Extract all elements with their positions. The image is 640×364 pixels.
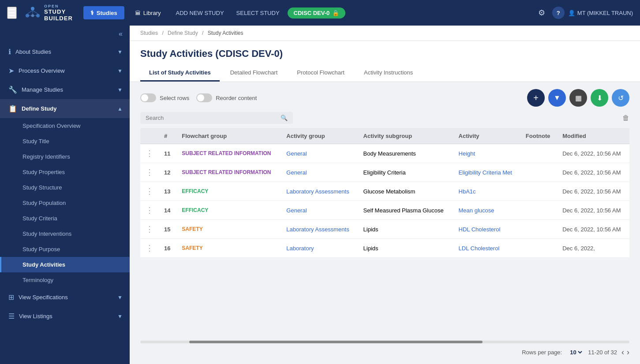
studies-nav-btn[interactable]: ⚕ Studies [83, 6, 124, 19]
row-activity-group[interactable]: General [281, 201, 358, 220]
reorder-toggle-group: Reorder content [196, 93, 257, 102]
row-activity-subgroup: Glucose Metabolism [358, 182, 453, 201]
download-btn[interactable]: ⬇ [591, 89, 608, 107]
row-activity-group[interactable]: General [281, 144, 358, 163]
wrench-icon: 🔧 [8, 85, 17, 94]
tab-list-study-activities[interactable]: List of Study Activities [140, 65, 220, 82]
col-flowchart-group: Flowchart group [176, 128, 281, 144]
page-title: Study Activities (CDISC DEV-0) [140, 48, 629, 59]
sidebar-subitem-registry-identifiers[interactable]: Registry Identifiers [0, 149, 130, 164]
sidebar-subitem-terminology[interactable]: Terminology [0, 272, 130, 288]
svg-line-5 [33, 10, 38, 14]
row-activity[interactable]: Height [453, 144, 520, 163]
studies-icon: ⚕ [90, 9, 94, 16]
hamburger-menu[interactable]: ☰ [7, 7, 17, 19]
sidebar-subitem-study-properties[interactable]: Study Properties [0, 164, 130, 180]
reorder-content-toggle[interactable] [196, 93, 212, 102]
breadcrumb-define-study[interactable]: Define Study [168, 30, 198, 36]
page-header: Study Activities (CDISC DEV-0) List of S… [130, 41, 640, 82]
filter-btn[interactable]: ▼ [548, 89, 566, 107]
breadcrumb-studies[interactable]: Studies [140, 30, 158, 36]
main-layout: « ℹ About Studies ▼ ➤ Process Overview ▼… [0, 26, 640, 364]
history-btn[interactable]: ↺ [612, 89, 629, 107]
columns-btn[interactable]: ▦ [569, 89, 587, 107]
settings-btn[interactable]: ⚙ [535, 6, 549, 19]
pagination-row: Rows per page: 10 25 50 11-20 of 32 ‹ › [140, 343, 629, 357]
row-activity-group[interactable]: Laboratory Assessments [281, 182, 358, 201]
row-num: 14 [159, 201, 176, 220]
studies-btn-label: Studies [97, 10, 117, 16]
sidebar-subitem-study-interventions[interactable]: Study Interventions [0, 226, 130, 241]
sidebar-subitem-specification-overview[interactable]: Specification Overview [0, 118, 130, 134]
sidebar-item-define-study[interactable]: 📋 Define Study ▲ [0, 99, 130, 118]
row-activity-subgroup: Lipids [358, 220, 453, 239]
row-num: 11 [159, 144, 176, 163]
chevron-icon-3: ▼ [117, 87, 123, 93]
rows-per-page-select[interactable]: 10 25 50 [568, 349, 584, 356]
table-scroll[interactable]: # Flowchart group Activity group Activit… [140, 128, 629, 339]
row-activity[interactable]: Eligibility Criteria Met [453, 163, 520, 182]
search-row: 🔍 🗑 [140, 112, 629, 124]
horizontal-scrollbar[interactable] [140, 341, 629, 343]
prev-page-btn[interactable]: ‹ [621, 348, 624, 357]
tab-detailed-flowchart[interactable]: Detailed Flowchart [221, 65, 287, 82]
help-btn[interactable]: ? [552, 7, 565, 19]
search-icon: 🔍 [281, 115, 288, 121]
add-activity-btn[interactable]: + [527, 89, 545, 107]
chevron-icon-2: ▼ [117, 68, 123, 74]
search-bar: 🔍 [140, 112, 293, 124]
user-menu[interactable]: 👤 MT (MIKKEL TRAUN) [568, 10, 633, 16]
row-flowchart-group: SAFETY [176, 239, 281, 258]
sidebar-subitem-study-criteria[interactable]: Study Criteria [0, 211, 130, 226]
select-study-link[interactable]: SELECT STUDY [232, 10, 284, 16]
row-activity[interactable]: LDL Cholesterol [453, 239, 520, 258]
search-input[interactable] [146, 115, 278, 121]
row-footnote [520, 182, 557, 201]
col-dots [140, 128, 159, 144]
sidebar-subitem-study-structure[interactable]: Study Structure [0, 180, 130, 195]
row-dots[interactable]: ⋮ [140, 163, 159, 182]
page-range: 11-20 of 32 [588, 349, 617, 356]
library-btn-label: Library [143, 10, 161, 16]
grid-icon: ⊞ [8, 293, 14, 301]
sidebar-label-view-listings: View Listings [19, 313, 52, 319]
reorder-content-label: Reorder content [216, 95, 257, 101]
pagination-nav: ‹ › [621, 348, 629, 357]
svg-point-0 [31, 7, 34, 10]
row-activity[interactable]: Mean glucose [453, 201, 520, 220]
row-modified: Dec 6, 2022, 10:56 AM [557, 201, 629, 220]
sidebar-subitem-study-purpose[interactable]: Study Purpose [0, 241, 130, 257]
row-dots[interactable]: ⋮ [140, 182, 159, 201]
library-nav-btn[interactable]: 🏛 Library [128, 7, 168, 19]
row-num: 15 [159, 220, 176, 239]
tab-protocol-flowchart[interactable]: Protocol Flowchart [288, 65, 353, 82]
row-activity[interactable]: HbA1c [453, 182, 520, 201]
row-dots[interactable]: ⋮ [140, 201, 159, 220]
row-activity-group[interactable]: Laboratory Assessments [281, 220, 358, 239]
tab-activity-instructions[interactable]: Activity Instructions [355, 65, 422, 82]
row-dots[interactable]: ⋮ [140, 239, 159, 258]
row-dots[interactable]: ⋮ [140, 144, 159, 163]
row-activity-group[interactable]: Laboratory [281, 239, 358, 258]
select-rows-toggle[interactable] [140, 93, 156, 102]
row-dots[interactable]: ⋮ [140, 220, 159, 239]
sidebar-item-process-overview[interactable]: ➤ Process Overview ▼ [0, 61, 130, 80]
sidebar-subitem-study-activities[interactable]: Study Activities [0, 257, 130, 272]
row-activity-group[interactable]: General [281, 163, 358, 182]
download-icon: ⬇ [597, 94, 603, 102]
sidebar-item-view-listings[interactable]: ☰ View Listings ▼ [0, 307, 130, 326]
user-icon: 👤 [568, 10, 575, 16]
sidebar-subitem-study-title[interactable]: Study Title [0, 134, 130, 149]
filter-icon: ▼ [554, 94, 561, 102]
add-new-study-link[interactable]: ADD NEW STUDY [172, 10, 228, 16]
sidebar-item-about-studies[interactable]: ℹ About Studies ▼ [0, 42, 130, 61]
next-page-btn[interactable]: › [627, 348, 629, 357]
delete-icon-btn[interactable]: 🗑 [622, 114, 629, 122]
sidebar-item-view-specifications[interactable]: ⊞ View Specifications ▼ [0, 288, 130, 307]
sidebar-subitem-study-population[interactable]: Study Population [0, 195, 130, 211]
study-badge[interactable]: CDISC DEV-0 🔒 [288, 7, 346, 19]
clipboard-icon: 📋 [8, 104, 17, 113]
row-activity[interactable]: HDL Cholesterol [453, 220, 520, 239]
sidebar-item-manage-studies[interactable]: 🔧 Manage Studies ▼ [0, 80, 130, 99]
sidebar-collapse-btn[interactable]: « [0, 26, 130, 42]
